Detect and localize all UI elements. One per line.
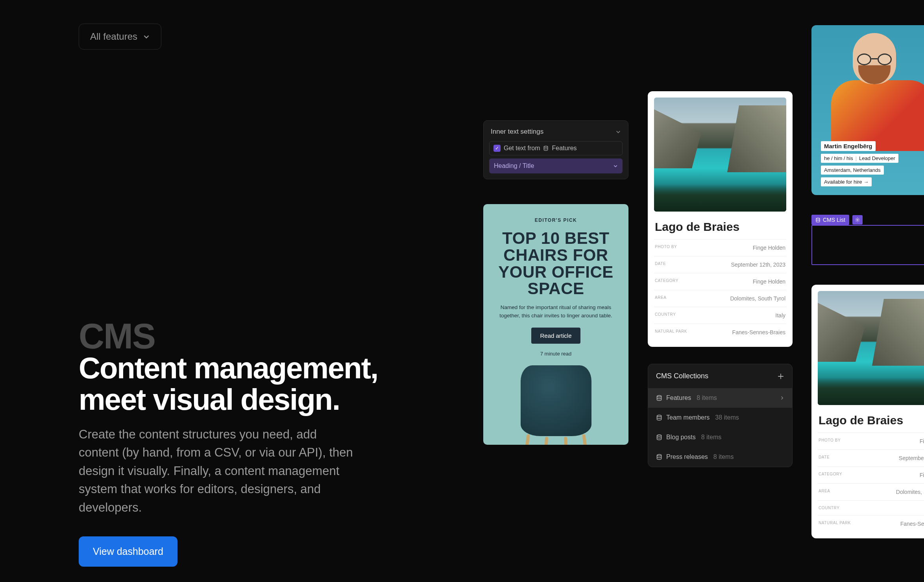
database-icon <box>543 146 549 151</box>
svg-point-4 <box>657 455 662 456</box>
lake-meta-value: Finge Holden <box>753 245 785 251</box>
article-preview-card: EDITOR'S PICK TOP 10 BEST CHAIRS FOR YOU… <box>483 204 628 445</box>
lake-meta-label: PHOTO BY <box>819 438 841 444</box>
lake-meta-value: Fanes-Senn <box>900 521 924 527</box>
lake-meta-value: Dolomites, So <box>896 489 924 495</box>
lake-meta-value: Italy <box>775 312 785 319</box>
database-icon <box>815 217 821 223</box>
lake-meta-label: DATE <box>655 262 666 268</box>
svg-point-5 <box>816 218 820 219</box>
get-text-from-row[interactable]: ✓ Get text from Features <box>489 141 623 155</box>
svg-point-1 <box>657 396 662 397</box>
profile-labels: Martin Engelbērg he / him / his | Lead D… <box>821 141 898 186</box>
collection-name: Features <box>666 394 691 402</box>
lake-meta-value: September 1 <box>899 455 924 461</box>
hero-section: CMS Content management, meet visual desi… <box>79 319 441 567</box>
settings-panel-header[interactable]: Inner text settings <box>489 126 623 136</box>
profile-availability[interactable]: Available for hire → <box>821 177 872 186</box>
collection-count: 8 items <box>697 394 717 402</box>
profile-role: Lead Developer <box>859 155 895 161</box>
collections-header: CMS Collections <box>648 364 792 388</box>
settings-panel-title: Inner text settings <box>491 128 543 136</box>
lake-title: Lago de Braies <box>819 414 924 427</box>
collection-name: Press releases <box>666 453 708 460</box>
lake-meta-label: COUNTRY <box>819 506 839 510</box>
collections-title: CMS Collections <box>656 372 708 380</box>
cms-list-settings-button[interactable] <box>852 215 863 225</box>
features-filter-dropdown[interactable]: All features <box>79 24 161 50</box>
cms-list-badge[interactable]: CMS List <box>811 215 849 225</box>
database-icon <box>656 434 662 440</box>
text-source-name: Features <box>552 145 577 152</box>
lake-meta-value: Fanes-Sennes-Braies <box>732 329 785 335</box>
lake-meta-row: CATEGORY Fing <box>818 466 924 483</box>
lake-meta-value: Finge Holden <box>753 278 785 285</box>
team-member-card: Martin Engelbērg he / him / his | Lead D… <box>811 25 924 195</box>
lake-detail-card-2: Lago de Braies PHOTO BY Fing DATE Septem… <box>811 285 924 538</box>
lake-meta-row: PHOTO BY Fing <box>818 433 924 449</box>
lake-meta-row: DATE September 1 <box>818 449 924 466</box>
person-illustration <box>831 33 918 151</box>
database-icon <box>656 395 662 401</box>
article-eyebrow: EDITOR'S PICK <box>497 217 614 223</box>
inner-text-settings-panel: Inner text settings ✓ Get text from Feat… <box>483 120 628 179</box>
lake-meta-row: NATURAL PARK Fanes-Senn <box>818 515 924 532</box>
article-subtitle: Named for the important ritual of sharin… <box>497 304 614 320</box>
collection-count: 8 items <box>713 453 734 460</box>
lake-meta-label: CATEGORY <box>655 278 678 285</box>
lake-meta-row: PHOTO BY Finge Holden <box>654 239 786 256</box>
collection-row-team[interactable]: Team members 38 items <box>648 408 792 427</box>
chevron-right-icon <box>780 396 784 400</box>
lake-meta-row: DATE September 12th, 2023 <box>654 256 786 273</box>
lake-meta-label: NATURAL PARK <box>819 521 851 527</box>
lake-meta-value: September 12th, 2023 <box>731 262 785 268</box>
collection-row-features[interactable]: Features 8 items <box>648 388 792 408</box>
collection-name: Team members <box>666 414 710 421</box>
article-read-time: 7 minute read <box>497 351 614 357</box>
lake-meta-label: AREA <box>655 295 667 302</box>
hero-description: Create the content structures you need, … <box>79 425 354 517</box>
plus-icon[interactable] <box>777 373 784 380</box>
cms-collections-panel: CMS Collections Features 8 items Team me… <box>648 364 793 467</box>
field-select-dropdown[interactable]: Heading / Title <box>489 158 623 173</box>
view-dashboard-button[interactable]: View dashboard <box>79 536 177 567</box>
lake-meta-row: COUNTRY <box>818 500 924 515</box>
hero-eyebrow: CMS <box>79 319 441 354</box>
profile-pronouns: he / him / his <box>824 155 853 161</box>
lake-meta-label: NATURAL PARK <box>655 329 687 335</box>
lake-meta-label: COUNTRY <box>655 312 676 319</box>
svg-point-6 <box>857 219 858 221</box>
collection-row-press[interactable]: Press releases 8 items <box>648 447 792 467</box>
collection-name: Blog posts <box>666 434 696 441</box>
lake-meta-value: Dolomites, South Tyrol <box>730 295 785 302</box>
get-text-from-label: Get text from <box>504 145 540 152</box>
lake-meta-row: COUNTRY Italy <box>654 307 786 324</box>
database-icon <box>656 454 662 460</box>
lake-meta-row: CATEGORY Finge Holden <box>654 273 786 290</box>
cms-list-selection-outline[interactable] <box>811 225 924 265</box>
profile-pronouns-role: he / him / his | Lead Developer <box>821 154 898 163</box>
profile-name: Martin Engelbērg <box>821 141 876 151</box>
lake-detail-card: Lago de Braies PHOTO BY Finge Holden DAT… <box>648 91 793 347</box>
lake-photo <box>818 291 924 405</box>
lake-meta-value: Fing <box>920 438 924 444</box>
chevron-down-icon <box>615 129 621 134</box>
profile-location: Amsterdam, Netherlands <box>821 166 884 175</box>
lake-meta-label: CATEGORY <box>819 472 842 478</box>
chevron-down-icon <box>143 33 150 40</box>
lake-photo <box>654 98 786 212</box>
lake-meta-row: NATURAL PARK Fanes-Sennes-Braies <box>654 324 786 341</box>
lake-meta-label: PHOTO BY <box>655 245 677 251</box>
lake-meta-label: AREA <box>819 489 830 495</box>
svg-point-0 <box>544 146 548 147</box>
checkbox-checked-icon[interactable]: ✓ <box>493 145 501 152</box>
cms-list-element-tag[interactable]: CMS List <box>811 215 863 225</box>
lake-meta-label: DATE <box>819 455 830 461</box>
collection-row-blog[interactable]: Blog posts 8 items <box>648 427 792 447</box>
read-article-button[interactable]: Read article <box>531 328 580 344</box>
database-icon <box>656 414 662 421</box>
features-filter-label: All features <box>90 31 137 42</box>
svg-point-2 <box>657 415 662 417</box>
lake-title: Lago de Braies <box>655 220 785 234</box>
article-title: TOP 10 BEST CHAIRS FOR YOUR OFFICE SPACE <box>497 230 614 297</box>
